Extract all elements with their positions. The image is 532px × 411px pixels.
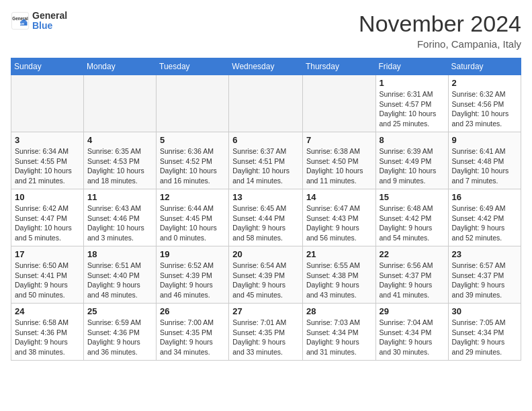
calendar-cell: 5Sunrise: 6:36 AM Sunset: 4:52 PM Daylig… bbox=[157, 132, 229, 189]
calendar-cell: 3Sunrise: 6:34 AM Sunset: 4:55 PM Daylig… bbox=[11, 132, 84, 189]
day-number: 14 bbox=[306, 192, 372, 202]
day-number: 25 bbox=[87, 306, 152, 316]
day-number: 18 bbox=[87, 249, 152, 259]
calendar-cell: 11Sunrise: 6:43 AM Sunset: 4:46 PM Dayli… bbox=[84, 189, 157, 246]
day-info: Sunrise: 6:59 AM Sunset: 4:36 PM Dayligh… bbox=[87, 318, 152, 357]
day-info: Sunrise: 6:37 AM Sunset: 4:51 PM Dayligh… bbox=[232, 146, 299, 186]
day-number: 19 bbox=[160, 249, 225, 259]
day-info: Sunrise: 6:34 AM Sunset: 4:55 PM Dayligh… bbox=[15, 146, 80, 186]
logo-general-text: General bbox=[32, 11, 67, 21]
day-info: Sunrise: 6:41 AM Sunset: 4:48 PM Dayligh… bbox=[452, 146, 517, 186]
title-block: November 2024 Forino, Campania, Italy bbox=[359, 11, 521, 50]
day-number: 24 bbox=[15, 306, 80, 316]
day-info: Sunrise: 6:31 AM Sunset: 4:57 PM Dayligh… bbox=[380, 89, 445, 129]
day-info: Sunrise: 6:52 AM Sunset: 4:39 PM Dayligh… bbox=[160, 261, 225, 300]
calendar-cell: 28Sunrise: 7:03 AM Sunset: 4:34 PM Dayli… bbox=[302, 304, 375, 361]
calendar-cell bbox=[11, 75, 84, 132]
calendar-cell: 20Sunrise: 6:54 AM Sunset: 4:39 PM Dayli… bbox=[229, 246, 303, 304]
calendar-cell: 21Sunrise: 6:55 AM Sunset: 4:38 PM Dayli… bbox=[302, 246, 375, 304]
day-number: 1 bbox=[380, 78, 445, 88]
calendar-cell: 6Sunrise: 6:37 AM Sunset: 4:51 PM Daylig… bbox=[229, 132, 303, 189]
day-number: 5 bbox=[160, 135, 225, 145]
day-info: Sunrise: 6:57 AM Sunset: 4:37 PM Dayligh… bbox=[452, 261, 517, 300]
day-info: Sunrise: 6:48 AM Sunset: 4:42 PM Dayligh… bbox=[380, 203, 445, 243]
calendar-cell: 22Sunrise: 6:56 AM Sunset: 4:37 PM Dayli… bbox=[375, 246, 448, 304]
calendar-cell: 2Sunrise: 6:32 AM Sunset: 4:56 PM Daylig… bbox=[448, 75, 521, 132]
calendar-cell: 23Sunrise: 6:57 AM Sunset: 4:37 PM Dayli… bbox=[448, 246, 521, 304]
day-number: 23 bbox=[452, 249, 517, 259]
day-number: 4 bbox=[87, 135, 152, 145]
calendar-cell: 15Sunrise: 6:48 AM Sunset: 4:42 PM Dayli… bbox=[375, 189, 448, 246]
day-number: 2 bbox=[452, 78, 517, 88]
logo-blue-text: Blue bbox=[32, 21, 67, 31]
day-number: 21 bbox=[306, 249, 372, 259]
calendar-cell: 18Sunrise: 6:51 AM Sunset: 4:40 PM Dayli… bbox=[84, 246, 157, 304]
calendar-cell: 4Sunrise: 6:35 AM Sunset: 4:53 PM Daylig… bbox=[84, 132, 157, 189]
calendar-cell: 26Sunrise: 7:00 AM Sunset: 4:35 PM Dayli… bbox=[157, 304, 229, 361]
day-info: Sunrise: 7:00 AM Sunset: 4:35 PM Dayligh… bbox=[160, 318, 225, 357]
weekday-header-wednesday: Wednesday bbox=[229, 58, 303, 75]
page-header: General Blue General Blue November 2024 … bbox=[11, 11, 521, 50]
day-info: Sunrise: 7:05 AM Sunset: 4:34 PM Dayligh… bbox=[452, 318, 517, 357]
logo: General Blue General Blue bbox=[11, 11, 67, 32]
day-number: 7 bbox=[306, 135, 372, 145]
calendar-cell: 29Sunrise: 7:04 AM Sunset: 4:34 PM Dayli… bbox=[375, 304, 448, 361]
day-info: Sunrise: 6:43 AM Sunset: 4:46 PM Dayligh… bbox=[87, 203, 152, 243]
calendar-cell: 24Sunrise: 6:58 AM Sunset: 4:36 PM Dayli… bbox=[11, 304, 84, 361]
day-number: 26 bbox=[160, 306, 225, 316]
calendar-cell: 14Sunrise: 6:47 AM Sunset: 4:43 PM Dayli… bbox=[302, 189, 375, 246]
day-number: 30 bbox=[452, 306, 517, 316]
weekday-header-saturday: Saturday bbox=[448, 58, 521, 75]
calendar-table: SundayMondayTuesdayWednesdayThursdayFrid… bbox=[11, 58, 521, 361]
day-info: Sunrise: 6:55 AM Sunset: 4:38 PM Dayligh… bbox=[306, 261, 372, 300]
day-info: Sunrise: 6:50 AM Sunset: 4:41 PM Dayligh… bbox=[15, 261, 80, 300]
svg-text:General: General bbox=[12, 16, 28, 21]
calendar-cell: 9Sunrise: 6:41 AM Sunset: 4:48 PM Daylig… bbox=[448, 132, 521, 189]
day-info: Sunrise: 6:49 AM Sunset: 4:42 PM Dayligh… bbox=[452, 203, 517, 243]
calendar-cell bbox=[84, 75, 157, 132]
logo-icon: General Blue bbox=[11, 11, 30, 30]
day-number: 27 bbox=[232, 306, 299, 316]
day-info: Sunrise: 6:45 AM Sunset: 4:44 PM Dayligh… bbox=[232, 203, 299, 243]
week-row-5: 24Sunrise: 6:58 AM Sunset: 4:36 PM Dayli… bbox=[11, 304, 521, 361]
svg-text:Blue: Blue bbox=[16, 22, 24, 26]
calendar-cell bbox=[157, 75, 229, 132]
calendar-cell: 17Sunrise: 6:50 AM Sunset: 4:41 PM Dayli… bbox=[11, 246, 84, 304]
week-row-4: 17Sunrise: 6:50 AM Sunset: 4:41 PM Dayli… bbox=[11, 246, 521, 304]
day-info: Sunrise: 6:54 AM Sunset: 4:39 PM Dayligh… bbox=[232, 261, 299, 300]
day-number: 11 bbox=[87, 192, 152, 202]
weekday-header-friday: Friday bbox=[375, 58, 448, 75]
calendar-cell bbox=[302, 75, 375, 132]
week-row-3: 10Sunrise: 6:42 AM Sunset: 4:47 PM Dayli… bbox=[11, 189, 521, 246]
weekday-header-tuesday: Tuesday bbox=[157, 58, 229, 75]
calendar-cell: 25Sunrise: 6:59 AM Sunset: 4:36 PM Dayli… bbox=[84, 304, 157, 361]
day-info: Sunrise: 6:51 AM Sunset: 4:40 PM Dayligh… bbox=[87, 261, 152, 300]
day-number: 22 bbox=[380, 249, 445, 259]
calendar-cell: 10Sunrise: 6:42 AM Sunset: 4:47 PM Dayli… bbox=[11, 189, 84, 246]
calendar-cell: 27Sunrise: 7:01 AM Sunset: 4:35 PM Dayli… bbox=[229, 304, 303, 361]
day-number: 8 bbox=[380, 135, 445, 145]
day-info: Sunrise: 6:36 AM Sunset: 4:52 PM Dayligh… bbox=[160, 146, 225, 186]
calendar-cell bbox=[229, 75, 303, 132]
month-title: November 2024 bbox=[359, 11, 521, 37]
calendar-cell: 16Sunrise: 6:49 AM Sunset: 4:42 PM Dayli… bbox=[448, 189, 521, 246]
day-info: Sunrise: 6:32 AM Sunset: 4:56 PM Dayligh… bbox=[452, 89, 517, 129]
day-number: 6 bbox=[232, 135, 299, 145]
calendar-cell: 8Sunrise: 6:39 AM Sunset: 4:49 PM Daylig… bbox=[375, 132, 448, 189]
day-info: Sunrise: 6:58 AM Sunset: 4:36 PM Dayligh… bbox=[15, 318, 80, 357]
calendar-cell: 12Sunrise: 6:44 AM Sunset: 4:45 PM Dayli… bbox=[157, 189, 229, 246]
day-number: 10 bbox=[15, 192, 80, 202]
day-info: Sunrise: 7:01 AM Sunset: 4:35 PM Dayligh… bbox=[232, 318, 299, 357]
day-info: Sunrise: 6:42 AM Sunset: 4:47 PM Dayligh… bbox=[15, 203, 80, 243]
day-info: Sunrise: 6:44 AM Sunset: 4:45 PM Dayligh… bbox=[160, 203, 225, 243]
day-info: Sunrise: 7:04 AM Sunset: 4:34 PM Dayligh… bbox=[380, 318, 445, 357]
day-number: 20 bbox=[232, 249, 299, 259]
day-info: Sunrise: 6:38 AM Sunset: 4:50 PM Dayligh… bbox=[306, 146, 372, 186]
day-number: 15 bbox=[380, 192, 445, 202]
day-number: 13 bbox=[232, 192, 299, 202]
day-number: 9 bbox=[452, 135, 517, 145]
week-row-2: 3Sunrise: 6:34 AM Sunset: 4:55 PM Daylig… bbox=[11, 132, 521, 189]
day-number: 12 bbox=[160, 192, 225, 202]
day-info: Sunrise: 7:03 AM Sunset: 4:34 PM Dayligh… bbox=[306, 318, 372, 357]
day-info: Sunrise: 6:35 AM Sunset: 4:53 PM Dayligh… bbox=[87, 146, 152, 186]
